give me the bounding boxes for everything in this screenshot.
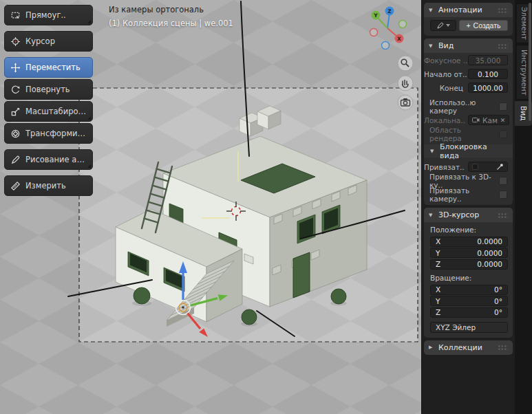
subtool-corner-icon [87,116,91,120]
disclosure-triangle-icon: ▼ [429,213,435,218]
rotation-label: Вращение: [424,270,513,283]
tool-label: Трансформиров.. [25,129,87,138]
lock-to-cursor-checkbox[interactable] [499,177,507,185]
render-region-row: Область рендера [424,127,513,140]
camera-view-button[interactable] [398,95,413,110]
tool-scale[interactable]: Масштабировать [4,101,93,122]
side-door [293,252,310,298]
collections-panel-header[interactable]: ▶ Коллекции [424,340,513,355]
tool-transform[interactable]: Трансформиров.. [4,123,93,144]
measure-icon [10,181,21,191]
tool-label: Рисование анно.. [25,155,87,164]
annotation-create-button[interactable]: + Создать [459,20,508,31]
field-label: Привязат.. [424,163,468,171]
transform-icon [10,129,21,139]
render-region-checkbox[interactable] [499,130,507,138]
cursor-location-y[interactable]: Y 0.0000 [430,248,508,258]
view-panel-header[interactable]: ▼ Вид [424,39,513,53]
panel-grip-icon [498,345,508,350]
subpanel-title: Блокировка вида [440,142,507,160]
pen-icon [437,22,444,29]
origin-dot [182,306,184,309]
view-panel: ▼ Вид Фокусное .. 35.000 Начало от.. 0.1… [424,39,513,205]
camera-icon [472,117,480,123]
local-camera-row: Локальна.. Кам ✕ [424,113,513,127]
axis-y-label: Y [373,12,378,19]
disclosure-triangle-icon: ▶ [429,345,435,350]
panel-title: Коллекции [438,343,482,352]
checkbox-label: Область рендера [429,126,495,142]
clip-start-row: Начало от.. 0.100 [424,67,513,80]
viewport-nav-buttons [398,56,413,110]
view-lock-subpanel-header[interactable]: ▼ Блокировка вида [424,144,513,157]
collections-panel: ▶ Коллекции [424,340,513,355]
disclosure-triangle-icon: ▼ [429,8,435,13]
scene-collection-overlay: (1) Коллекция сцены | we.001 [109,19,233,28]
tool-cursor[interactable]: Курсор [4,31,93,52]
axis-neg-y[interactable] [399,21,407,28]
box-select-icon [10,10,21,21]
tool-rotate[interactable]: Повернуть [4,79,93,100]
panel-grip-icon [498,8,508,13]
cursor-rotation-z[interactable]: Z 0° [430,307,508,318]
cursor-rotation-x[interactable]: X 0° [430,285,508,295]
tool-shelf: Прямоуг.. Курсор [4,5,93,197]
panel-title: Вид [438,41,454,50]
subtool-corner-icon [87,164,91,168]
cursor-location-z[interactable]: Z 0.0000 [430,259,508,270]
3d-viewport[interactable]: Z X Y [0,0,421,414]
field-label: Конец [424,84,468,92]
scale-icon [10,107,21,117]
focal-length-field[interactable]: 35.000 [468,55,508,65]
subtool-corner-icon [87,20,91,23]
tool-label: Курсор [25,36,55,46]
tool-label: Повернуть [25,85,70,94]
cursor-location-x[interactable]: X 0.0000 [430,237,508,247]
sidebar-panel: ▼ Аннотации + Создать ▼ [421,0,515,414]
lock-to-cursor-row: Привязать к 3D-ку.. [424,174,513,187]
annotate-pen-icon [10,155,21,165]
use-local-camera-checkbox[interactable] [499,102,507,111]
sidebar-scrollbar[interactable] [529,3,532,121]
cursor-icon [10,36,21,47]
move-icon [10,63,21,73]
cursor-panel: ▼ 3D-курсор Положение: X 0.0000 Y 0.0000… [424,208,513,338]
tool-annotate[interactable]: Рисование анно.. [4,149,93,170]
lock-object-field[interactable] [468,162,508,172]
plus-icon: + [466,21,470,30]
disclosure-triangle-icon: ▼ [430,149,436,154]
panel-grip-icon [498,213,508,218]
tool-measure[interactable]: Измерить [4,175,93,196]
lock-object-row: Привязат.. [424,160,513,173]
lock-camera-checkbox[interactable] [499,190,507,199]
axis-neg-z[interactable] [382,42,390,50]
tool-label: Измерить [25,181,66,190]
rotation-mode-dropdown[interactable]: XYZ Эйлер [430,322,508,333]
annotations-panel-header[interactable]: ▼ Аннотации [424,3,513,17]
local-camera-field[interactable]: Кам ✕ [468,115,509,125]
tool-move[interactable]: Переместить [4,57,93,78]
clear-icon[interactable]: ✕ [500,117,506,124]
axis-neg-x[interactable] [370,29,378,36]
clip-start-field[interactable]: 0.100 [468,69,508,79]
cursor-panel-header[interactable]: ▼ 3D-курсор [424,208,513,222]
pan-button[interactable] [398,76,413,91]
tool-box-select[interactable]: Прямоуг.. [4,5,93,25]
zoom-button[interactable] [398,56,413,71]
panel-title: Аннотации [438,6,482,14]
tool-label: Переместить [25,63,81,72]
chevron-down-icon [446,24,450,27]
blender-window: Z X Y [0,0,532,414]
cursor-rotation-y[interactable]: Y 0° [430,296,508,306]
clip-end-field[interactable]: 1000.00 [468,83,508,93]
checkbox-label: Привязать камеру.. [429,186,495,203]
tool-label: Прямоуг.. [25,10,66,20]
annotation-layer-select[interactable] [430,20,456,31]
field-label: Локальна.. [424,116,468,124]
disclosure-triangle-icon: ▼ [429,43,435,49]
eyedropper-icon[interactable] [496,163,504,171]
field-label: Начало от.. [424,70,468,78]
tool-label: Масштабировать [25,107,87,116]
use-local-camera-row: Использо..ю камеру [424,100,513,113]
annotations-panel: ▼ Аннотации + Создать [424,3,513,36]
